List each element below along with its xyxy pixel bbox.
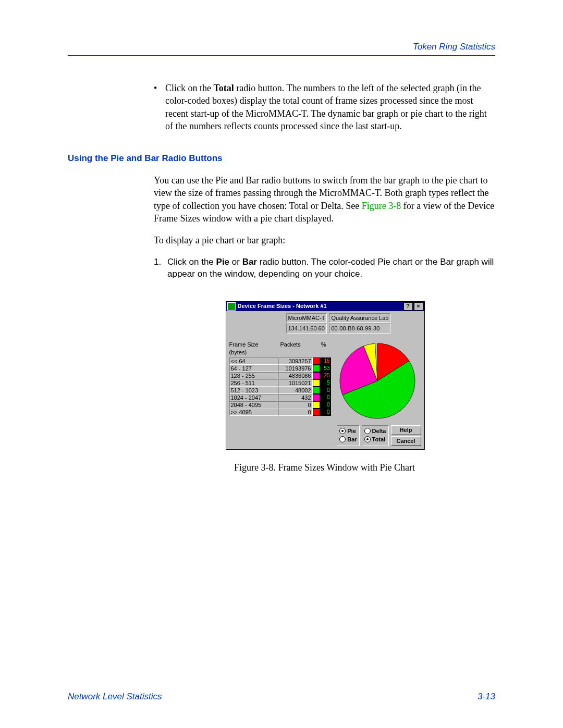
table-row: 64 - 1271019397653 [229,365,331,372]
cell-size: 128 - 255 [229,372,278,379]
cell-packets: 4836086 [278,372,313,379]
label: Bar [347,436,357,443]
cell-percent: 0 [320,387,331,394]
paragraph: To display a pie chart or bar graph: [154,234,495,246]
cell-size: >> 4095 [229,409,278,416]
pie-chart [338,342,417,420]
step-item: 1. Click on the Pie or Bar radio button.… [154,256,495,280]
subheading: Using the Pie and Bar Radio Buttons [68,153,495,164]
step-text: Click on the Pie or Bar radio button. Th… [167,256,495,280]
cell-packets: 0 [278,409,313,416]
chart-type-group: Pie Bar [337,425,359,446]
device-location: Quality Assurance Lab [329,313,390,323]
figure-screenshot: Device Frame Sizes - Network #1 ? × Micr… [226,301,424,450]
cell-packets: 1015021 [278,379,313,387]
bold-total: Total [214,83,234,93]
cell-packets: 0 [278,401,313,409]
text: or [229,257,242,267]
radio-delta[interactable]: Delta [364,427,386,435]
table-row: 512 - 1023480020 [229,387,331,394]
bold: Bar [242,257,257,267]
system-menu-icon[interactable] [227,302,236,311]
text: Click on the [165,83,214,93]
cell-size: 2048 - 4095 [229,401,278,409]
table-row: 1024 - 20474320 [229,394,331,401]
bold: Pie [216,257,230,267]
color-swatch [313,394,320,401]
cell-size: 256 - 511 [229,379,278,387]
text: Click on the [167,257,216,267]
help-title-button[interactable]: ? [403,302,413,311]
device-mac: 00-00-B8-68-99-30 [329,324,390,334]
color-swatch [313,401,320,409]
cell-size: 1024 - 2047 [229,394,278,401]
cell-percent: 25 [320,372,331,379]
color-swatch [313,387,320,394]
label: Pie [347,427,356,435]
control-row: Pie Bar Delta Total Help Cancel [226,423,424,449]
cell-percent: 16 [320,357,331,365]
cell-packets: 10193976 [278,365,313,372]
cell-packets: 432 [278,394,313,401]
device-ip: 134.141.60.60 [286,324,327,334]
cell-packets: 3093257 [278,357,313,365]
cell-percent: 0 [320,401,331,409]
page-header-section: Token Ring Statistics [68,42,495,52]
cell-percent: 5 [320,379,331,387]
label: Total [372,436,385,443]
cell-size: 512 - 1023 [229,387,278,394]
bullet-marker: • [154,82,165,132]
table-row: 128 - 255483608625 [229,372,331,379]
cell-percent: 53 [320,365,331,372]
radio-pie[interactable]: Pie [339,427,357,435]
bullet-item: • Click on the Total radio button. The n… [154,82,495,132]
cell-packets: 48002 [278,387,313,394]
bullet-text: Click on the Total radio button. The num… [165,82,495,132]
col-header: % [317,341,326,356]
color-swatch [313,379,320,387]
label: Delta [372,427,386,435]
table-row: 2048 - 409500 [229,401,331,409]
footer-left: Network Level Statistics [68,692,162,702]
figure-ref-link[interactable]: Figure 3-8 [362,201,401,211]
window-title: Device Frame Sizes - Network #1 [238,302,327,310]
header-rule [68,55,495,56]
figure-caption: Figure 3-8. Frame Sizes Window with Pie … [154,461,495,474]
color-swatch [313,365,320,372]
radio-bar[interactable]: Bar [339,435,357,443]
help-button[interactable]: Help [391,425,421,435]
color-swatch [313,357,320,365]
table-row: << 64309325716 [229,357,331,365]
step-number: 1. [154,256,167,280]
col-header: Frame Size (bytes) [229,341,275,356]
frame-size-table: Frame Size (bytes) Packets % << 64309325… [229,341,331,420]
cell-size: 64 - 127 [229,365,278,372]
titlebar[interactable]: Device Frame Sizes - Network #1 ? × [226,302,424,311]
close-title-button[interactable]: × [414,302,423,311]
color-swatch [313,409,320,416]
color-swatch [313,372,320,379]
table-row: 256 - 51110150215 [229,379,331,387]
cell-size: << 64 [229,357,278,365]
device-name: MicroMMAC-T [286,313,327,323]
cancel-button[interactable]: Cancel [391,436,421,446]
cell-percent: 0 [320,409,331,416]
col-header: Packets [280,341,312,356]
table-header: Frame Size (bytes) Packets % [229,341,331,356]
paragraph: You can use the Pie and Bar radio button… [154,174,495,225]
cell-percent: 0 [320,394,331,401]
dialog-window: Device Frame Sizes - Network #1 ? × Micr… [226,301,425,450]
radio-total[interactable]: Total [364,435,386,443]
collection-type-group: Delta Total [362,425,389,446]
table-row: >> 409500 [229,409,331,416]
device-info-grid: MicroMMAC-T Quality Assurance Lab 134.14… [286,313,390,334]
footer-right: 3-13 [478,692,495,702]
